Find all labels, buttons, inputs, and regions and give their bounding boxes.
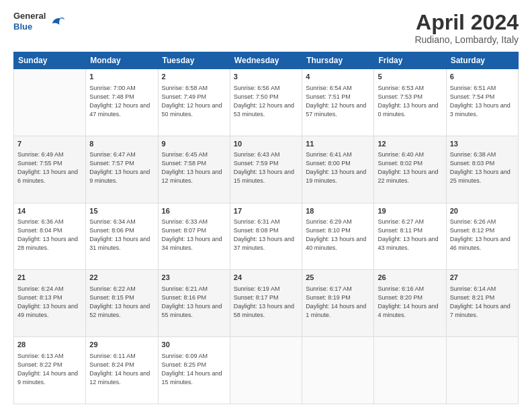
day-header-saturday: Saturday [446,52,518,69]
calendar-cell [446,337,518,404]
day-number: 4 [306,72,370,82]
day-number: 16 [162,206,226,216]
day-number: 21 [17,273,82,283]
title-section: April 2024 Rudiano, Lombardy, Italy [414,11,519,45]
calendar-cell: 29Sunrise: 6:11 AMSunset: 8:24 PMDayligh… [86,337,158,404]
day-info: Sunrise: 6:21 AMSunset: 8:16 PMDaylight:… [162,285,226,320]
logo-bird-icon [47,12,66,31]
day-info: Sunrise: 6:17 AMSunset: 8:19 PMDaylight:… [306,285,370,320]
day-number: 14 [17,206,82,216]
day-info: Sunrise: 6:41 AMSunset: 8:00 PMDaylight:… [306,150,370,185]
day-number: 15 [89,206,154,216]
calendar-cell [14,69,86,136]
calendar-cell: 1Sunrise: 7:00 AMSunset: 7:48 PMDaylight… [86,69,158,136]
day-info: Sunrise: 6:36 AMSunset: 8:04 PMDaylight:… [17,218,82,253]
day-info: Sunrise: 6:24 AMSunset: 8:13 PMDaylight:… [17,285,82,320]
day-info: Sunrise: 6:13 AMSunset: 8:22 PMDaylight:… [17,352,82,387]
calendar-table: SundayMondayTuesdayWednesdayThursdayFrid… [13,52,519,404]
day-number: 7 [17,139,82,149]
day-number: 6 [450,72,515,82]
calendar-week-row: 1Sunrise: 7:00 AMSunset: 7:48 PMDaylight… [14,69,519,136]
day-info: Sunrise: 6:33 AMSunset: 8:07 PMDaylight:… [162,218,226,253]
day-info: Sunrise: 6:54 AMSunset: 7:51 PMDaylight:… [306,84,370,119]
day-info: Sunrise: 6:11 AMSunset: 8:24 PMDaylight:… [89,352,154,387]
day-info: Sunrise: 7:00 AMSunset: 7:48 PMDaylight:… [89,84,154,119]
day-number: 9 [162,139,226,149]
logo-text: General Blue [13,11,46,32]
calendar-cell [302,337,374,404]
calendar-cell: 18Sunrise: 6:29 AMSunset: 8:10 PMDayligh… [302,203,374,270]
day-number: 28 [17,340,82,350]
calendar-cell: 24Sunrise: 6:19 AMSunset: 8:17 PMDayligh… [230,270,302,337]
day-info: Sunrise: 6:34 AMSunset: 8:06 PMDaylight:… [89,218,154,253]
calendar-cell: 17Sunrise: 6:31 AMSunset: 8:08 PMDayligh… [230,203,302,270]
calendar-cell: 23Sunrise: 6:21 AMSunset: 8:16 PMDayligh… [158,270,230,337]
logo-blue: Blue [13,21,46,32]
day-number: 25 [306,273,370,283]
day-info: Sunrise: 6:49 AMSunset: 7:55 PMDaylight:… [17,150,82,185]
day-number: 20 [450,206,515,216]
day-number: 12 [378,139,442,149]
calendar-cell: 16Sunrise: 6:33 AMSunset: 8:07 PMDayligh… [158,203,230,270]
day-info: Sunrise: 6:58 AMSunset: 7:49 PMDaylight:… [162,84,226,119]
day-number: 24 [234,273,298,283]
calendar-cell: 4Sunrise: 6:54 AMSunset: 7:51 PMDaylight… [302,69,374,136]
day-info: Sunrise: 6:45 AMSunset: 7:58 PMDaylight:… [162,150,226,185]
calendar-cell: 27Sunrise: 6:14 AMSunset: 8:21 PMDayligh… [446,270,518,337]
day-number: 17 [234,206,298,216]
day-info: Sunrise: 6:43 AMSunset: 7:59 PMDaylight:… [234,150,298,185]
day-number: 3 [234,72,298,82]
month-title: April 2024 [414,11,519,34]
day-info: Sunrise: 6:16 AMSunset: 8:20 PMDaylight:… [378,285,442,320]
day-info: Sunrise: 6:53 AMSunset: 7:53 PMDaylight:… [378,84,442,119]
day-info: Sunrise: 6:47 AMSunset: 7:57 PMDaylight:… [89,150,154,185]
calendar-cell: 14Sunrise: 6:36 AMSunset: 8:04 PMDayligh… [14,203,86,270]
calendar-cell: 9Sunrise: 6:45 AMSunset: 7:58 PMDaylight… [158,136,230,203]
day-number: 22 [89,273,154,283]
day-header-wednesday: Wednesday [230,52,302,69]
day-number: 11 [306,139,370,149]
calendar-cell: 6Sunrise: 6:51 AMSunset: 7:54 PMDaylight… [446,69,518,136]
calendar-cell [374,337,446,404]
calendar-week-row: 7Sunrise: 6:49 AMSunset: 7:55 PMDaylight… [14,136,519,203]
calendar-cell: 15Sunrise: 6:34 AMSunset: 8:06 PMDayligh… [86,203,158,270]
calendar-cell: 22Sunrise: 6:22 AMSunset: 8:15 PMDayligh… [86,270,158,337]
day-info: Sunrise: 6:56 AMSunset: 7:50 PMDaylight:… [234,84,298,119]
calendar-cell: 12Sunrise: 6:40 AMSunset: 8:02 PMDayligh… [374,136,446,203]
day-number: 29 [89,340,154,350]
day-number: 2 [162,72,226,82]
day-info: Sunrise: 6:51 AMSunset: 7:54 PMDaylight:… [450,84,515,119]
calendar-header-row: SundayMondayTuesdayWednesdayThursdayFrid… [14,52,519,69]
day-header-sunday: Sunday [14,52,86,69]
day-number: 26 [378,273,442,283]
calendar-cell: 20Sunrise: 6:26 AMSunset: 8:12 PMDayligh… [446,203,518,270]
day-header-tuesday: Tuesday [158,52,230,69]
calendar-cell: 3Sunrise: 6:56 AMSunset: 7:50 PMDaylight… [230,69,302,136]
day-info: Sunrise: 6:29 AMSunset: 8:10 PMDaylight:… [306,218,370,253]
calendar-cell: 28Sunrise: 6:13 AMSunset: 8:22 PMDayligh… [14,337,86,404]
logo: General Blue [13,11,66,32]
day-info: Sunrise: 6:22 AMSunset: 8:15 PMDaylight:… [89,285,154,320]
day-info: Sunrise: 6:19 AMSunset: 8:17 PMDaylight:… [234,285,298,320]
day-info: Sunrise: 6:40 AMSunset: 8:02 PMDaylight:… [378,150,442,185]
calendar-cell: 7Sunrise: 6:49 AMSunset: 7:55 PMDaylight… [14,136,86,203]
calendar-cell: 8Sunrise: 6:47 AMSunset: 7:57 PMDaylight… [86,136,158,203]
day-number: 5 [378,72,442,82]
day-info: Sunrise: 6:27 AMSunset: 8:11 PMDaylight:… [378,218,442,253]
calendar-cell: 21Sunrise: 6:24 AMSunset: 8:13 PMDayligh… [14,270,86,337]
calendar-cell: 11Sunrise: 6:41 AMSunset: 8:00 PMDayligh… [302,136,374,203]
calendar-cell: 30Sunrise: 6:09 AMSunset: 8:25 PMDayligh… [158,337,230,404]
day-info: Sunrise: 6:09 AMSunset: 8:25 PMDaylight:… [162,352,226,387]
calendar-cell: 10Sunrise: 6:43 AMSunset: 7:59 PMDayligh… [230,136,302,203]
page: General Blue April 2024 Rudiano, Lombard… [0,0,532,411]
day-info: Sunrise: 6:26 AMSunset: 8:12 PMDaylight:… [450,218,515,253]
calendar-week-row: 14Sunrise: 6:36 AMSunset: 8:04 PMDayligh… [14,203,519,270]
day-info: Sunrise: 6:31 AMSunset: 8:08 PMDaylight:… [234,218,298,253]
day-header-monday: Monday [86,52,158,69]
calendar-cell: 25Sunrise: 6:17 AMSunset: 8:19 PMDayligh… [302,270,374,337]
calendar-cell: 2Sunrise: 6:58 AMSunset: 7:49 PMDaylight… [158,69,230,136]
day-number: 10 [234,139,298,149]
day-header-friday: Friday [374,52,446,69]
day-number: 18 [306,206,370,216]
day-header-thursday: Thursday [302,52,374,69]
